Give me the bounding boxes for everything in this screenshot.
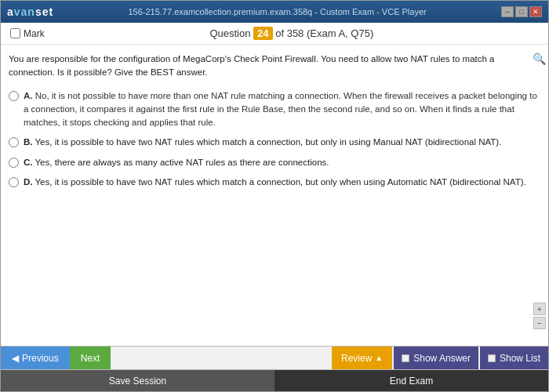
toolbar-spacer (111, 347, 332, 369)
question-label: Question 24 of 358 (Exam A, Q75) (45, 27, 539, 39)
prev-arrow-icon: ◀ (12, 353, 19, 364)
previous-button[interactable]: ◀ Previous (1, 347, 70, 369)
question-header: Mark Question 24 of 358 (Exam A, Q75) (1, 23, 548, 45)
save-session-label: Save Session (109, 376, 166, 387)
radio-a[interactable] (9, 91, 19, 101)
window-controls: – □ ✕ (501, 6, 542, 17)
logo-text: avanset (7, 5, 53, 18)
zoom-out-button[interactable]: − (533, 317, 546, 329)
show-answer-button[interactable]: Show Answer (394, 347, 478, 369)
mark-label: Mark (24, 28, 45, 39)
answer-text-c: C. Yes, there are always as many active … (24, 156, 329, 169)
option-a[interactable]: A. No, it is not possible to have more t… (9, 89, 537, 130)
show-answer-label: Show Answer (413, 353, 471, 364)
radio-b[interactable] (9, 137, 19, 147)
save-session-button[interactable]: Save Session (1, 370, 274, 391)
next-button[interactable]: Next (70, 347, 111, 369)
show-answer-checkbox-icon (402, 354, 409, 362)
question-word: Question (209, 27, 250, 39)
zoom-in-button[interactable]: + (533, 303, 546, 315)
question-number: 24 (253, 27, 272, 40)
option-b[interactable]: B. Yes, it is possible to have two NAT r… (9, 136, 537, 149)
radio-d[interactable] (9, 177, 19, 187)
option-c[interactable]: C. Yes, there are always as many active … (9, 156, 537, 169)
logo: avanset (7, 5, 53, 18)
app-window: avanset 156-215.77.examcollection.premiu… (0, 0, 549, 392)
answer-text-a: A. No, it is not possible to have more t… (24, 89, 537, 130)
next-label: Next (81, 353, 100, 364)
window-title: 156-215.77.examcollection.premium.exam.3… (53, 7, 501, 16)
maximize-button[interactable]: □ (515, 6, 528, 17)
radio-c[interactable] (9, 158, 19, 168)
show-list-checkbox-icon (488, 354, 496, 362)
total-questions: of 358 (Exam A, Q75) (275, 27, 373, 39)
bottom-toolbar-1: ◀ Previous Next Review ▲ Show Answer Sho… (1, 346, 548, 369)
bottom-toolbar-2: Save Session End Exam (1, 369, 548, 391)
previous-label: Previous (22, 353, 59, 364)
option-d[interactable]: D. Yes, it is possible to have two NAT r… (9, 176, 537, 189)
answer-text-b: B. Yes, it is possible to have two NAT r… (24, 136, 501, 149)
review-label: Review (341, 353, 372, 364)
answer-text-d: D. Yes, it is possible to have two NAT r… (24, 176, 526, 189)
main-content: Mark Question 24 of 358 (Exam A, Q75) Yo… (1, 23, 548, 391)
question-body: You are responsible for the configuratio… (1, 45, 548, 346)
zoom-controls: + − (533, 303, 546, 329)
question-text: You are responsible for the configuratio… (9, 53, 537, 80)
show-list-button[interactable]: Show List (480, 347, 548, 369)
review-arrow-icon: ▲ (375, 354, 383, 362)
show-list-label: Show List (500, 353, 540, 364)
title-bar: avanset 156-215.77.examcollection.premiu… (1, 1, 548, 23)
minimize-button[interactable]: – (501, 6, 514, 17)
search-icon[interactable]: 🔍 (533, 53, 546, 65)
review-button[interactable]: Review ▲ (332, 347, 392, 369)
mark-check[interactable] (10, 28, 20, 38)
mark-checkbox[interactable]: Mark (10, 28, 45, 39)
end-exam-button[interactable]: End Exam (274, 370, 548, 391)
close-button[interactable]: ✕ (529, 6, 542, 17)
end-exam-label: End Exam (390, 376, 433, 387)
